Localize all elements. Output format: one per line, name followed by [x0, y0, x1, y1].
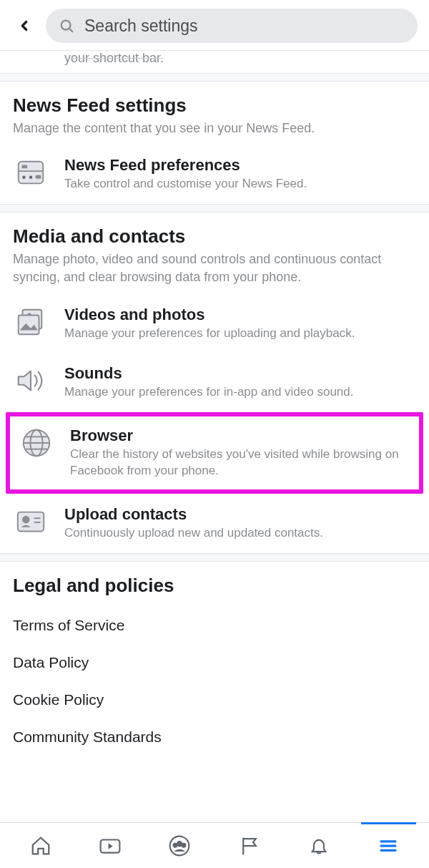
item-newsfeed-preferences[interactable]: News Feed preferences Take control and c… — [0, 145, 429, 204]
link-community-standards[interactable]: Community Standards — [13, 718, 416, 756]
back-button[interactable] — [11, 13, 37, 39]
svg-point-22 — [177, 842, 182, 846]
legal-links: Terms of Service Data Policy Cookie Poli… — [0, 607, 429, 770]
item-body: Browser Clear the history of websites yo… — [70, 425, 410, 479]
item-title: News Feed preferences — [64, 156, 416, 175]
section-title: Media and contacts — [13, 225, 416, 248]
tab-notifications[interactable] — [284, 823, 353, 868]
watch-icon — [98, 835, 122, 857]
photos-icon — [13, 304, 49, 340]
section-gap — [0, 204, 429, 213]
section-newsfeed: News Feed settings Manage the content th… — [0, 82, 429, 145]
speaker-icon — [13, 363, 49, 399]
chevron-left-icon — [16, 18, 32, 34]
item-title: Browser — [70, 426, 410, 445]
svg-point-6 — [29, 176, 32, 179]
item-body: Upload contacts Continuously upload new … — [64, 504, 416, 542]
svg-rect-4 — [22, 165, 28, 169]
svg-rect-2 — [19, 162, 44, 184]
tab-groups[interactable] — [145, 823, 214, 868]
item-browser[interactable]: Browser Clear the history of websites yo… — [6, 412, 423, 494]
tab-pages[interactable] — [214, 823, 284, 868]
groups-icon — [168, 834, 191, 857]
globe-icon — [19, 425, 54, 461]
search-input[interactable]: Search settings — [46, 9, 418, 43]
header: Search settings — [0, 0, 429, 50]
section-title: News Feed settings — [13, 94, 416, 117]
bell-icon — [309, 835, 329, 857]
item-desc: Manage your preferences for uploading an… — [64, 326, 416, 342]
section-title: Legal and policies — [13, 575, 416, 597]
item-videos-photos[interactable]: Videos and photos Manage your preference… — [0, 294, 429, 353]
item-body: News Feed preferences Take control and c… — [64, 155, 416, 192]
link-terms-of-service[interactable]: Terms of Service — [13, 607, 416, 644]
home-icon — [30, 835, 51, 857]
link-data-policy[interactable]: Data Policy — [13, 644, 416, 681]
svg-point-24 — [182, 843, 186, 847]
tab-watch[interactable] — [75, 823, 144, 868]
svg-line-1 — [69, 29, 72, 31]
section-desc: Manage photo, video and sound controls a… — [13, 250, 416, 286]
section-gap — [0, 73, 429, 82]
svg-rect-7 — [36, 175, 41, 179]
item-body: Videos and photos Manage your preference… — [64, 304, 416, 342]
flag-icon — [239, 835, 260, 857]
item-sounds[interactable]: Sounds Manage your preferences for in-ap… — [0, 353, 429, 412]
item-title: Videos and photos — [64, 306, 416, 324]
item-desc: Manage your preferences for in-app and v… — [64, 384, 416, 401]
section-desc: Manage the content that you see in your … — [13, 120, 416, 137]
previous-section-tail: your shortcut bar. — [0, 51, 429, 73]
svg-point-23 — [174, 843, 177, 847]
search-icon — [59, 18, 74, 34]
item-desc: Take control and customise your News Fee… — [64, 176, 416, 192]
search-placeholder: Search settings — [84, 16, 198, 36]
svg-point-5 — [22, 176, 25, 179]
item-title: Sounds — [64, 364, 416, 383]
svg-point-17 — [23, 517, 29, 523]
item-title: Upload contacts — [64, 505, 416, 524]
tab-home[interactable] — [6, 823, 75, 868]
link-cookie-policy[interactable]: Cookie Policy — [13, 681, 416, 718]
item-desc: Clear the history of websites you've vis… — [70, 447, 410, 479]
newsfeed-icon — [13, 155, 49, 190]
menu-icon — [378, 835, 399, 857]
bottom-tab-bar — [0, 822, 429, 868]
section-media: Media and contacts Manage photo, video a… — [0, 213, 429, 293]
tab-menu[interactable] — [354, 823, 423, 868]
item-upload-contacts[interactable]: Upload contacts Continuously upload new … — [0, 494, 429, 553]
contact-card-icon — [13, 504, 49, 540]
section-legal: Legal and policies — [0, 562, 429, 607]
section-gap — [0, 553, 429, 562]
item-desc: Continuously upload new and updated cont… — [64, 525, 416, 542]
svg-rect-10 — [19, 315, 39, 334]
item-body: Sounds Manage your preferences for in-ap… — [64, 363, 416, 401]
